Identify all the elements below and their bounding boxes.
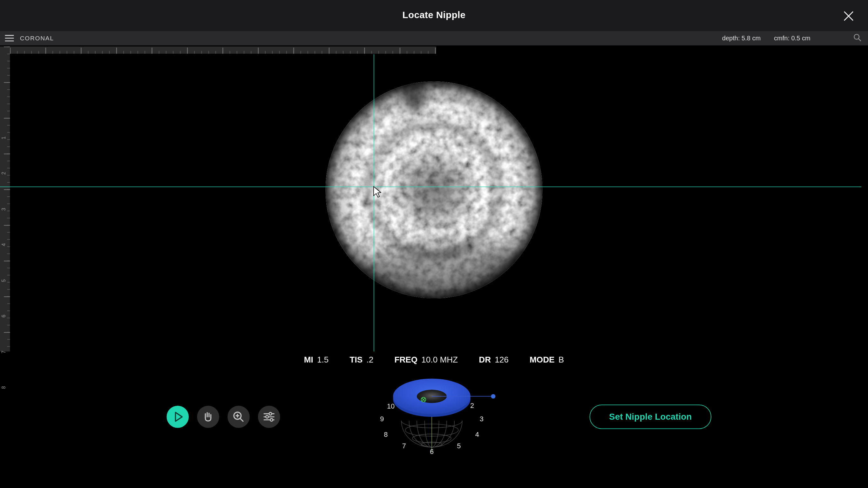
- set-nipple-location-button[interactable]: Set Nipple Location: [590, 405, 711, 429]
- status-item: MI 1.5: [304, 355, 329, 364]
- page-title: Locate Nipple: [0, 0, 868, 31]
- zoom-tool-button[interactable]: [227, 406, 250, 428]
- view-plane-label: CORONAL: [20, 35, 54, 41]
- ruler-label: 4: [1, 241, 6, 248]
- clock-number: 8: [384, 431, 388, 438]
- status-label: TIS: [350, 355, 363, 364]
- ultrasound-image[interactable]: [326, 81, 542, 298]
- clock-number: 7: [402, 442, 406, 450]
- search-button[interactable]: [852, 33, 862, 43]
- status-item: TIS .2: [350, 355, 374, 364]
- sliders-icon: [258, 406, 280, 428]
- status-label: FREQ: [394, 355, 417, 364]
- clock-number: 9: [380, 415, 384, 423]
- status-label: MI: [304, 355, 313, 364]
- clock-number: 3: [480, 415, 484, 423]
- status-value: B: [559, 355, 564, 364]
- ruler-label: 1: [1, 134, 6, 141]
- status-label: DR: [479, 355, 491, 364]
- status-item: FREQ 10.0 MHZ: [394, 355, 458, 364]
- ruler-label: 6: [1, 313, 6, 319]
- status-value: 10.0 MHZ: [421, 355, 458, 364]
- clock-number: 6: [430, 448, 434, 456]
- crosshair-vertical: [374, 54, 374, 352]
- hand-icon: [197, 406, 219, 428]
- status-label: MODE: [530, 355, 554, 364]
- status-item: DR 126: [479, 355, 509, 364]
- ruler-label: 3: [1, 206, 6, 213]
- close-icon: [841, 9, 856, 23]
- probe-disk: [393, 379, 470, 417]
- menu-button[interactable]: [4, 34, 17, 42]
- pointer-icon: [166, 406, 189, 428]
- pointer-dot[interactable]: [491, 394, 495, 399]
- cmfn-readout: cmfn: 0.5 cm: [774, 35, 810, 41]
- mouse-cursor: [373, 186, 382, 198]
- app-window: Locate Nipple CORONAL depth: 5.8 cm cmfn…: [0, 0, 868, 488]
- status-value: .2: [366, 355, 373, 364]
- ruler-horizontal: [10, 47, 436, 54]
- status-value: 1.5: [317, 355, 329, 364]
- clock-number: 5: [457, 442, 461, 450]
- ruler-label: 2: [1, 170, 6, 177]
- search-icon: [853, 33, 862, 42]
- clock-number: 10: [387, 402, 395, 410]
- crosshair-horizontal: [0, 186, 861, 187]
- pointer-tool-button[interactable]: [166, 406, 189, 428]
- toolbar: CORONAL depth: 5.8 cm cmfn: 0.5 cm: [0, 31, 868, 45]
- depth-readout: depth: 5.8 cm: [722, 35, 761, 41]
- hamburger-icon: [4, 34, 14, 42]
- ruler-label: 5: [1, 277, 6, 284]
- ruler-label: 8: [1, 384, 6, 391]
- tool-palette: [166, 406, 280, 428]
- image-adjust-tool-button[interactable]: [258, 406, 280, 428]
- clock-number: 4: [475, 431, 479, 438]
- header: Locate Nipple: [0, 0, 868, 31]
- toolbar-readouts: depth: 5.8 cm cmfn: 0.5 cm: [722, 31, 863, 45]
- zoom-in-icon: [227, 406, 250, 428]
- pan-tool-button[interactable]: [197, 406, 219, 428]
- clock-number: 2: [470, 402, 474, 409]
- close-button[interactable]: [841, 9, 856, 23]
- ruler-vertical: 1 2 3 4 5 6 7 8: [0, 47, 10, 352]
- imaging-status-bar: MI 1.5 TIS .2 FREQ 10.0 MHZ DR 126 MODE …: [0, 355, 868, 364]
- status-item: MODE B: [530, 355, 564, 364]
- ruler-label: 7: [1, 349, 6, 356]
- status-value: 126: [495, 355, 509, 364]
